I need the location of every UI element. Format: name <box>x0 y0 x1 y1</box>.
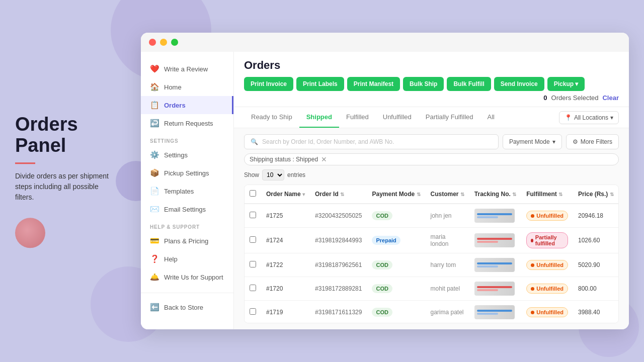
row-fulfillment: Unfulfilled <box>521 253 573 277</box>
payment-mode-label: Payment Mode <box>509 138 550 145</box>
tab-fulfilled[interactable]: Fulfilled <box>339 107 376 128</box>
show-entries-select[interactable]: 10 25 50 <box>262 169 284 180</box>
row-checkbox[interactable] <box>245 228 261 253</box>
row-checkbox[interactable] <box>245 301 261 324</box>
bulk-ship-button[interactable]: Bulk Ship <box>403 77 444 91</box>
row-order-id: #3198171611329 <box>310 301 367 324</box>
tabs: Ready to Ship Shipped Fulfilled Unfulfil… <box>244 107 502 128</box>
email-icon: ✉️ <box>150 205 159 214</box>
heart-icon: ❤️ <box>150 64 159 73</box>
location-filter-label: All Locations <box>574 114 608 121</box>
print-manifest-button[interactable]: Print Manifest <box>347 77 400 91</box>
col-order-name[interactable]: Order Name ▾ <box>261 185 310 204</box>
send-invoice-button[interactable]: Send Invoice <box>494 77 544 91</box>
col-fulfillment[interactable]: Fulfillment ⇅ <box>521 185 573 204</box>
table-row: #1722 #3198187962561 COD harry tom Unful… <box>245 253 619 277</box>
sidebar-label-home: Home <box>164 83 182 91</box>
col-customer[interactable]: Customer ⇅ <box>426 185 469 204</box>
entries-label: entries <box>287 171 305 178</box>
plans-icon: 💳 <box>150 236 159 245</box>
col-price[interactable]: Price (Rs.) ⇅ <box>573 185 619 204</box>
row-customer: harry tom <box>426 253 469 277</box>
sidebar: ❤️ Write a Review 🏠 Home 📋 Orders ↩️ Ret… <box>141 52 234 329</box>
sidebar-item-plans-pricing[interactable]: 💳 Plans & Pricing <box>141 232 233 250</box>
templates-icon: 📄 <box>150 187 159 196</box>
row-price: 1026.60 <box>573 228 619 253</box>
sidebar-item-help[interactable]: ❓ Help <box>141 250 233 268</box>
toolbar: Print Invoice Print Labels Print Manifes… <box>244 77 619 102</box>
payment-mode-filter[interactable]: Payment Mode ▾ <box>503 134 562 149</box>
location-pin-icon: 📍 <box>565 114 572 121</box>
chevron-down-icon: ▾ <box>610 114 613 121</box>
col-tracking-no[interactable]: Tracking No. ⇅ <box>469 185 521 204</box>
sidebar-item-templates[interactable]: 📄 Templates <box>141 182 233 200</box>
col-checkbox <box>245 185 261 204</box>
main-header: Orders Print Invoice Print Labels Print … <box>234 52 629 107</box>
row-tracking-no <box>469 277 521 301</box>
row-price: 20946.18 <box>573 204 619 228</box>
sidebar-item-orders[interactable]: 📋 Orders <box>141 96 233 114</box>
row-tracking-no <box>469 228 521 253</box>
support-icon: 🛎️ <box>150 273 159 282</box>
pickup-button[interactable]: Pickup ▾ <box>547 77 585 91</box>
row-fulfillment: Partially fulfilled <box>521 228 573 253</box>
row-checkbox[interactable] <box>245 253 261 277</box>
row-order-id: #3198172889281 <box>310 277 367 301</box>
tab-partially-fulfilled[interactable]: Partially Fulfilled <box>419 107 480 128</box>
help-icon: ❓ <box>150 254 159 263</box>
more-filters-button[interactable]: ⚙ More Filters <box>566 134 619 149</box>
maximize-dot[interactable] <box>171 39 178 46</box>
sidebar-item-email-settings[interactable]: ✉️ Email Settings <box>141 200 233 218</box>
row-checkbox[interactable] <box>245 277 261 301</box>
orders-table: Order Name ▾ Order Id ⇅ Payment Mode ⇅ C… <box>245 185 619 323</box>
col-order-id[interactable]: Order Id ⇅ <box>310 185 367 204</box>
search-box[interactable]: 🔍 Search by Order Id, Order Number, and … <box>244 134 499 149</box>
left-panel: Orders Panel Divide orders as per shipme… <box>15 114 116 248</box>
close-dot[interactable] <box>149 39 156 46</box>
sidebar-item-pickup-settings[interactable]: 📦 Pickup Settings <box>141 164 233 182</box>
app-window: ❤️ Write a Review 🏠 Home 📋 Orders ↩️ Ret… <box>141 33 629 329</box>
sidebar-item-return-requests[interactable]: ↩️ Return Requests <box>141 114 233 132</box>
show-entries-row: Show 10 25 50 entries <box>244 169 619 180</box>
sidebar-label-orders: Orders <box>164 102 186 109</box>
tab-all[interactable]: All <box>480 107 502 128</box>
row-order-name: #1725 <box>261 204 310 228</box>
select-all-checkbox[interactable] <box>250 190 256 197</box>
print-invoice-button[interactable]: Print Invoice <box>244 77 293 91</box>
row-price: 5020.90 <box>573 253 619 277</box>
title-underline <box>15 162 35 164</box>
sidebar-item-write-support[interactable]: 🛎️ Write Us for Support <box>141 268 233 286</box>
sidebar-item-settings[interactable]: ⚙️ Settings <box>141 146 233 164</box>
show-label: Show <box>244 171 259 178</box>
chip-close-button[interactable]: ✕ <box>321 156 327 163</box>
orders-selected-info: 0 Orders Selected Clear <box>543 94 619 102</box>
location-filter[interactable]: 📍 All Locations ▾ <box>559 111 619 124</box>
orders-selected-label: Orders Selected <box>551 94 599 102</box>
chevron-down-icon: ▾ <box>552 138 555 145</box>
tab-unfulfilled[interactable]: Unfulfilled <box>376 107 419 128</box>
row-checkbox[interactable] <box>245 204 261 228</box>
col-payment-mode[interactable]: Payment Mode ⇅ <box>367 185 425 204</box>
tab-ready-to-ship[interactable]: Ready to Ship <box>244 107 299 128</box>
sidebar-item-home[interactable]: 🏠 Home <box>141 78 233 96</box>
sidebar-label-back-to-store: Back to Store <box>164 304 203 311</box>
row-customer: john jen <box>426 204 469 228</box>
row-order-name: #1720 <box>261 277 310 301</box>
sidebar-item-back-to-store[interactable]: ⬅️ Back to Store <box>141 298 233 316</box>
row-order-id: #3198187962561 <box>310 253 367 277</box>
table-header-row: Order Name ▾ Order Id ⇅ Payment Mode ⇅ C… <box>245 185 619 204</box>
settings-icon: ⚙️ <box>150 150 159 159</box>
row-order-name: #1724 <box>261 228 310 253</box>
return-icon: ↩️ <box>150 119 159 128</box>
table-row: #1725 #3200432505025 COD john jen Unfulf… <box>245 204 619 228</box>
titlebar <box>141 33 629 52</box>
home-icon: 🏠 <box>150 82 159 92</box>
bulk-fulfill-button[interactable]: Bulk Fulfill <box>447 77 491 91</box>
tab-shipped[interactable]: Shipped <box>299 107 339 128</box>
table-row: #1724 #3198192844993 Prepaid maria londo… <box>245 228 619 253</box>
print-labels-button[interactable]: Print Labels <box>296 77 344 91</box>
sidebar-item-write-review[interactable]: ❤️ Write a Review <box>141 60 233 78</box>
row-customer: maria london <box>426 228 469 253</box>
clear-button[interactable]: Clear <box>602 94 619 102</box>
minimize-dot[interactable] <box>160 39 167 46</box>
